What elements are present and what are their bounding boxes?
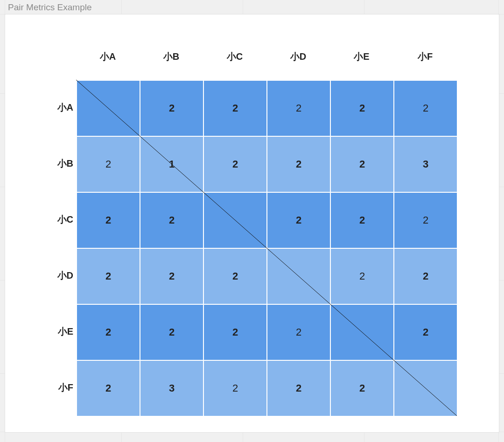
col-header: 小A [76,42,140,70]
row-header: 小D [42,248,75,303]
matrix-cell[interactable]: 2 [394,305,457,360]
matrix-row: 22222 [77,81,457,136]
matrix-cell[interactable]: 2 [140,249,203,304]
matrix-cell[interactable]: 2 [204,305,266,360]
row-header: 小A [42,80,75,135]
row-headers: 小A 小B 小C 小D 小E 小F [42,80,75,416]
matrix-cell[interactable]: 2 [331,249,393,304]
matrix-cell[interactable]: 2 [331,193,393,248]
panel: Pair Metrics Example 小A 小B 小C 小D 小E 小F 小… [5,14,499,433]
matrix-row: 22222 [77,249,457,304]
matrix-cell[interactable]: 2 [77,249,140,304]
matrix-cell[interactable]: 2 [394,193,457,248]
row-header: 小E [42,304,75,359]
row-header: 小C [42,192,75,247]
matrix-cell[interactable] [77,81,140,136]
panel-title: Pair Metrics Example [8,2,92,13]
matrix-cell[interactable]: 2 [204,249,266,304]
matrix-cell[interactable]: 1 [140,137,203,192]
matrix-cell[interactable] [267,249,330,304]
matrix-cell[interactable]: 2 [140,305,203,360]
matrix-row: 22222 [77,193,457,248]
matrix-grid: 2222221222322222222222222223222 [76,80,457,416]
matrix-table: 2222221222322222222222222223222 [76,80,458,417]
matrix-cell[interactable] [394,361,457,416]
matrix-row: 22222 [77,305,457,360]
matrix-cell[interactable]: 2 [394,249,457,304]
matrix-cell[interactable]: 2 [140,193,203,248]
matrix-cell[interactable]: 2 [204,361,266,416]
column-headers: 小A 小B 小C 小D 小E 小F [76,42,472,70]
matrix-row: 23222 [77,361,457,416]
col-header: 小B [140,42,203,70]
matrix-cell[interactable]: 2 [77,305,140,360]
matrix-cell[interactable]: 2 [267,81,330,136]
matrix-cell[interactable]: 3 [140,361,203,416]
matrix-cell[interactable]: 2 [77,361,140,416]
row-header: 小B [42,136,75,191]
matrix-cell[interactable]: 2 [267,137,330,192]
matrix-cell[interactable]: 2 [140,81,203,136]
matrix-cell[interactable]: 2 [394,81,457,136]
matrix-cell[interactable]: 3 [394,137,457,192]
matrix-cell[interactable] [331,305,393,360]
matrix-cell[interactable]: 2 [331,81,393,136]
matrix-cell[interactable]: 2 [77,137,140,192]
matrix-cell[interactable]: 2 [331,361,393,416]
col-header: 小E [330,42,393,70]
pair-matrix: 小A 小B 小C 小D 小E 小F 小A 小B 小C 小D 小E 小F 2222… [42,42,472,416]
matrix-row: 212223 [77,137,457,192]
matrix-cell[interactable] [204,193,266,248]
matrix-cell[interactable]: 2 [204,81,266,136]
matrix-cell[interactable]: 2 [267,193,330,248]
matrix-cell[interactable]: 2 [267,361,330,416]
matrix-cell[interactable]: 2 [331,137,393,192]
col-header: 小D [266,42,330,70]
matrix-cell[interactable]: 2 [267,305,330,360]
col-header: 小C [203,42,266,70]
col-header: 小F [393,42,457,70]
row-header: 小F [42,360,75,415]
matrix-cell[interactable]: 2 [77,193,140,248]
matrix-cell[interactable]: 2 [204,137,266,192]
